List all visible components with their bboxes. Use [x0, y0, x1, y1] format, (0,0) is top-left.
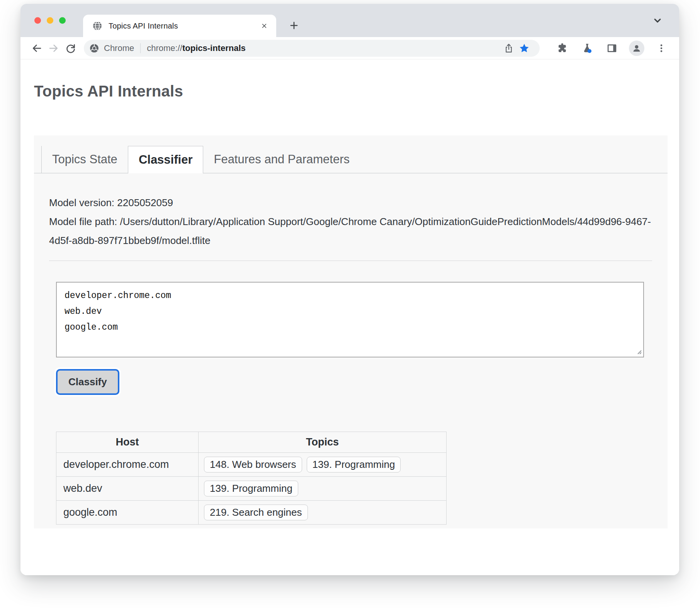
- table-row: developer.chrome.com148. Web browsers139…: [56, 453, 447, 477]
- chrome-logo-icon: [89, 43, 99, 53]
- classifier-form: developer.chrome.com web.dev google.com …: [56, 282, 652, 525]
- toolbar-action-icons: [555, 41, 671, 56]
- window-close-button[interactable]: [34, 17, 41, 24]
- topics-cell: 139. Programming: [199, 477, 447, 501]
- hosts-input-wrap: developer.chrome.com web.dev google.com: [56, 282, 644, 357]
- classify-button[interactable]: Classify: [56, 369, 119, 395]
- extensions-puzzle-icon[interactable]: [555, 41, 570, 56]
- browser-tab-strip: Topics API Internals: [20, 4, 679, 37]
- tab-search-chevron-icon[interactable]: [651, 14, 664, 27]
- model-file-path-line: Model file path: /Users/dutton/Library/A…: [49, 212, 652, 250]
- back-button[interactable]: [28, 40, 45, 57]
- new-tab-button[interactable]: [286, 18, 302, 33]
- hosts-input[interactable]: developer.chrome.com web.dev google.com: [56, 282, 644, 357]
- omnibox-separator: [140, 43, 141, 53]
- url-text: chrome://topics-internals: [147, 43, 246, 53]
- forward-button[interactable]: [45, 40, 62, 57]
- address-bar[interactable]: Chrome chrome://topics-internals: [84, 40, 540, 57]
- tab-classifier[interactable]: Classifier: [128, 146, 204, 173]
- host-cell: developer.chrome.com: [56, 453, 199, 477]
- url-scheme: chrome://: [147, 43, 182, 53]
- section-divider: [49, 261, 652, 261]
- browser-toolbar: Chrome chrome://topics-internals: [20, 37, 679, 59]
- profile-avatar-icon[interactable]: [629, 41, 644, 56]
- reload-button[interactable]: [62, 40, 79, 57]
- results-table-head: Host Topics: [56, 432, 447, 453]
- page-title: Topics API Internals: [34, 83, 679, 100]
- experiments-flask-icon[interactable]: [579, 41, 595, 56]
- kebab-menu-icon[interactable]: [654, 41, 669, 56]
- page-content: Topics API Internals Topics State Classi…: [20, 83, 679, 575]
- site-label: Chrome: [104, 43, 134, 53]
- topics-cell: 219. Search engines: [199, 501, 447, 525]
- browser-window: Topics API Internals: [20, 4, 679, 575]
- results-table-body: developer.chrome.com148. Web browsers139…: [56, 453, 447, 525]
- share-icon[interactable]: [501, 41, 517, 56]
- browser-tab[interactable]: Topics API Internals: [83, 15, 276, 37]
- table-row: google.com219. Search engines: [56, 501, 447, 525]
- topic-chip: 219. Search engines: [204, 505, 308, 520]
- side-panel-icon[interactable]: [604, 41, 620, 56]
- table-row: web.dev139. Programming: [56, 477, 447, 501]
- tab-features-and-parameters[interactable]: Features and Parameters: [203, 146, 360, 173]
- host-cell: google.com: [56, 501, 199, 525]
- header-row: Host Topics: [56, 432, 447, 453]
- host-cell: web.dev: [56, 477, 199, 501]
- topics-column-header: Topics: [199, 432, 447, 453]
- topic-chip: 139. Programming: [307, 457, 401, 473]
- model-version-line: Model version: 2205052059: [49, 193, 652, 212]
- tab-title: Topics API Internals: [109, 22, 258, 30]
- traffic-lights: [34, 17, 66, 24]
- model-info: Model version: 2205052059 Model file pat…: [49, 193, 652, 250]
- window-minimize-button[interactable]: [47, 17, 53, 24]
- tab-topics-state[interactable]: Topics State: [41, 146, 128, 173]
- window-zoom-button[interactable]: [59, 17, 66, 24]
- classification-results-table: Host Topics developer.chrome.com148. Web…: [56, 432, 447, 525]
- classifier-panel: Model version: 2205052059 Model file pat…: [34, 173, 668, 525]
- topic-chip: 139. Programming: [204, 481, 298, 496]
- internals-tab-bar: Topics State Classifier Features and Par…: [34, 135, 668, 173]
- host-column-header: Host: [56, 432, 199, 453]
- bookmark-star-icon[interactable]: [517, 41, 532, 56]
- tab-close-icon[interactable]: [258, 20, 270, 32]
- topic-chip: 148. Web browsers: [204, 457, 302, 473]
- url-host: topics-internals: [182, 43, 246, 53]
- internals-tab-panel: Topics State Classifier Features and Par…: [34, 135, 668, 528]
- topics-cell: 148. Web browsers139. Programming: [199, 453, 447, 477]
- globe-favicon-icon: [92, 21, 102, 31]
